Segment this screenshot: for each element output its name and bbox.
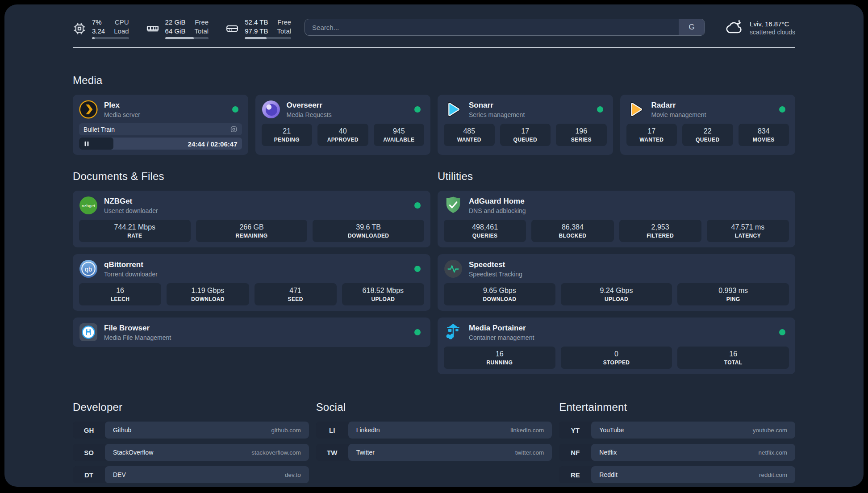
top-bar: 7% 3.24 CPU Load	[73, 18, 795, 39]
playback-progress-bar: 24:44 / 02:06:47	[79, 138, 242, 150]
dashboard-panel: 7% 3.24 CPU Load	[4, 4, 864, 487]
nzbget-icon: nzbget	[79, 196, 98, 215]
memory-icon	[146, 22, 159, 35]
service-name: Overseerr	[287, 101, 332, 110]
stat-tile: 17QUEUED	[500, 124, 551, 146]
playback-time: 24:44 / 02:06:47	[188, 140, 238, 147]
section-title-documents: Documents & Files	[73, 170, 430, 183]
bookmark-group-entertainment: Entertainment YT YouTubeyoutube.com NF N…	[559, 401, 795, 483]
service-name: AdGuard Home	[469, 197, 526, 206]
now-playing-session-icon[interactable]	[230, 125, 238, 133]
disk-widget: 52.4 TB 97.9 TB Free Total	[225, 18, 291, 39]
bookmark-name: StackOverflow	[113, 449, 153, 456]
disk-total-value: 97.9 TB	[245, 27, 268, 36]
bookmark-abbr: RE	[559, 466, 591, 483]
service-subtitle: Media server	[104, 111, 140, 118]
qbittorrent-icon: qb	[79, 259, 98, 278]
bookmark-url: youtube.com	[753, 427, 787, 434]
cloud-icon	[726, 19, 743, 37]
bookmark-github[interactable]: GH Githubgithub.com	[73, 422, 309, 439]
topbar-divider	[73, 47, 795, 48]
service-subtitle: Series management	[469, 111, 525, 118]
disk-free-label: Free	[277, 18, 291, 27]
search-provider-button[interactable]: G	[679, 19, 705, 35]
service-subtitle: Container management	[469, 334, 534, 341]
service-name: File Browser	[104, 324, 171, 333]
bookmark-abbr: TW	[316, 444, 348, 461]
memory-total-value: 64 GiB	[165, 27, 186, 36]
bookmark-twitter[interactable]: TW Twittertwitter.com	[316, 444, 552, 461]
service-card-speedtest[interactable]: Speedtest Speedtest Tracking 9.65 GbpsDO…	[438, 254, 795, 311]
weather-location: Lviv, 16.87°C	[750, 20, 795, 29]
service-card-radarr[interactable]: Radarr Movie management 17WANTED 22QUEUE…	[620, 95, 796, 155]
bookmark-netflix[interactable]: NF Netflixnetflix.com	[559, 444, 795, 461]
bookmark-group-social: Social LI LinkedInlinkedin.com TW Twitte…	[316, 401, 552, 483]
service-card-overseerr[interactable]: Overseerr Media Requests 21PENDING 40APP…	[255, 95, 431, 155]
stat-tile: 16TOTAL	[677, 347, 789, 369]
service-subtitle: DNS and adblocking	[469, 207, 526, 214]
service-card-filebrowser[interactable]: File Browser Media File Management	[73, 318, 430, 347]
stat-tile: 2,953FILTERED	[619, 220, 701, 242]
section-utilities: Utilities AdGuard Home DNS and adblockin…	[438, 170, 795, 374]
stat-tile: 47.571 msLATENCY	[707, 220, 789, 242]
service-card-nzbget[interactable]: nzbget NZBGet Usenet downloader 744.21 M…	[73, 191, 430, 247]
section-title-entertainment: Entertainment	[559, 401, 795, 414]
cpu-icon	[73, 22, 86, 35]
disk-total-label: Total	[277, 27, 291, 36]
service-name: Speedtest	[469, 260, 522, 269]
stat-tile: 0STOPPED	[561, 347, 672, 369]
weather-widget: Lviv, 16.87°C scattered clouds	[726, 19, 795, 37]
radarr-icon	[626, 100, 645, 119]
cpu-label: CPU	[114, 18, 129, 27]
service-subtitle: Movie management	[651, 111, 706, 118]
stat-tile: 21PENDING	[262, 124, 313, 146]
weather-condition: scattered clouds	[750, 29, 795, 36]
overseerr-icon	[262, 100, 280, 119]
stat-tile: 945AVAILABLE	[374, 124, 425, 146]
sonarr-icon	[444, 100, 463, 119]
bookmark-reddit[interactable]: RE Redditreddit.com	[559, 466, 795, 483]
speedtest-icon	[444, 259, 463, 278]
bookmark-linkedin[interactable]: LI LinkedInlinkedin.com	[316, 422, 552, 439]
service-card-sonarr[interactable]: Sonarr Series management 485WANTED 17QUE…	[438, 95, 613, 155]
cpu-widget: 7% 3.24 CPU Load	[73, 18, 129, 39]
stat-tile: 39.6 TBDOWNLOADED	[313, 220, 424, 242]
portainer-icon	[444, 323, 463, 342]
bookmark-dev[interactable]: DT DEVdev.to	[73, 466, 309, 483]
pause-icon[interactable]	[83, 140, 90, 147]
disk-free-value: 52.4 TB	[245, 18, 268, 27]
stat-tile: 618.52 MbpsUPLOAD	[342, 283, 424, 305]
search-input[interactable]	[305, 19, 679, 35]
section-title-developer: Developer	[73, 401, 309, 414]
service-card-qbittorrent[interactable]: qb qBittorrent Torrent downloader 16LEEC…	[73, 254, 430, 311]
section-documents-files: Documents & Files nzbget NZBGet Usenet d…	[73, 170, 430, 374]
service-card-plex[interactable]: Plex Media server Bullet Train	[73, 95, 248, 155]
section-media: Media Plex Media server B	[73, 74, 795, 155]
service-name: Media Portainer	[469, 324, 534, 333]
plex-icon	[79, 100, 98, 119]
plex-now-playing: Bullet Train 24:44 / 02:06:47	[79, 123, 242, 150]
stat-tile: 266 GBREMAINING	[196, 220, 308, 242]
bookmark-name: DEV	[113, 471, 126, 478]
service-subtitle: Media File Management	[104, 334, 171, 341]
status-online-dot	[414, 202, 421, 209]
bookmark-abbr: LI	[316, 422, 348, 439]
bookmark-url: linkedin.com	[510, 427, 544, 434]
bookmark-stackoverflow[interactable]: SO StackOverflowstackoverflow.com	[73, 444, 309, 461]
stat-tile: 22QUEUED	[682, 124, 733, 146]
bookmark-abbr: NF	[559, 444, 591, 461]
bookmark-name: YouTube	[599, 426, 624, 434]
section-title-social: Social	[316, 401, 552, 414]
bookmark-group-developer: Developer GH Githubgithub.com SO StackOv…	[73, 401, 309, 483]
service-subtitle: Usenet downloader	[104, 207, 158, 214]
bookmark-youtube[interactable]: YT YouTubeyoutube.com	[559, 422, 795, 439]
service-card-portainer[interactable]: Media Portainer Container management 16R…	[438, 318, 795, 374]
service-card-adguard[interactable]: AdGuard Home DNS and adblocking 498,461Q…	[438, 191, 795, 247]
status-online-dot	[232, 106, 238, 113]
service-name: Sonarr	[469, 101, 525, 110]
disk-progress-bar	[245, 37, 291, 39]
stat-tile: 9.24 GbpsUPLOAD	[561, 283, 672, 305]
service-subtitle: Torrent downloader	[104, 271, 158, 278]
bookmark-url: netflix.com	[758, 449, 787, 456]
bookmark-name: LinkedIn	[356, 426, 380, 434]
